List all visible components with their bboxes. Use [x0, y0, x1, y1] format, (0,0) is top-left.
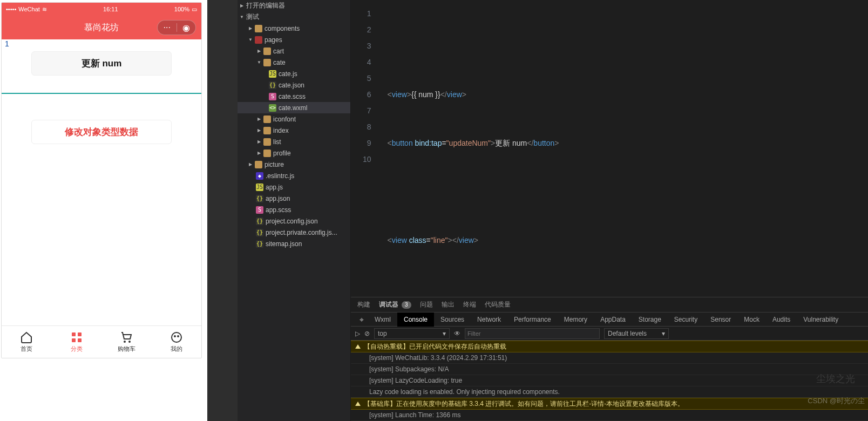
console-row: Lazy code loading is enabled. Only injec… [351, 386, 868, 398]
tree-folder-cate[interactable]: ▼cate [238, 57, 350, 68]
log-level-selector[interactable]: Default levels▾ [604, 328, 669, 339]
code-body[interactable]: <view>{{ num }}</view> <button bind:tap=… [381, 0, 868, 297]
json-icon: {} [256, 218, 263, 225]
devtab-wxml[interactable]: Wxml [368, 313, 397, 327]
tree-file-eslintrc[interactable]: ◆.eslintrc.js [238, 170, 350, 181]
tree-file-catejs[interactable]: JScate.js [238, 68, 350, 79]
devtab-security[interactable]: Security [668, 313, 704, 327]
tree-folder-pages[interactable]: ▼pages [238, 34, 350, 45]
svg-point-8 [178, 336, 179, 337]
wifi-icon: ≋ [42, 6, 47, 13]
console-row: 【基础库】正在使用灰度中的基础库 3.3.4 进行调试。如有问题，请前往工具栏-… [351, 398, 868, 410]
tree-file-catescss[interactable]: Scate.scss [238, 91, 350, 102]
tab-cart[interactable]: 购物车 [101, 326, 152, 358]
capsule-menu-icon[interactable]: ··· [158, 23, 177, 32]
profile-icon [170, 331, 183, 344]
js-icon: JS [269, 70, 276, 78]
page-body: 1 更新 num 修改对象类型数据 [2, 39, 201, 325]
tree-file-catejson[interactable]: {}cate.json [238, 79, 350, 91]
filter-input[interactable] [465, 328, 600, 339]
tree-file-appjson[interactable]: {}app.json [238, 193, 350, 204]
tree-root-project[interactable]: ▼测试 [238, 11, 350, 23]
folder-icon [263, 138, 271, 146]
tab-problems[interactable]: 问题 [420, 300, 433, 309]
devtab-audits[interactable]: Audits [766, 313, 797, 327]
console-row: [system] Subpackages: N/A [351, 364, 868, 375]
tree-file-appscss[interactable]: Sapp.scss [238, 204, 350, 215]
devtab-storage[interactable]: Storage [632, 313, 668, 327]
console-row: [system] Launch Time: 1366 ms [351, 410, 868, 421]
console-row: [system] WeChatLib: 3.3.4 (2024.2.29 17:… [351, 352, 868, 364]
menu-capsule[interactable]: ··· ◉ [157, 20, 196, 35]
tree-folder-components[interactable]: ▶components [238, 23, 350, 34]
tab-output[interactable]: 输出 [442, 300, 455, 309]
clock: 16:11 [103, 6, 118, 12]
scss-icon: S [269, 93, 276, 100]
update-num-button[interactable]: 更新 num [31, 51, 172, 76]
tree-file-appjs[interactable]: JSapp.js [238, 181, 350, 193]
tab-debugger[interactable]: 调试器3 [379, 300, 411, 309]
tab-profile[interactable]: 我的 [152, 326, 202, 358]
svg-rect-3 [78, 338, 82, 342]
folder-icon [255, 161, 262, 168]
tree-open-editors[interactable]: ▶打开的编辑器 [238, 0, 350, 11]
tree-file-projectpriv[interactable]: {}project.private.config.js... [238, 227, 350, 238]
simulator: ••••• WeChat ≋ 16:11 100% ▭ 慕尚花坊 ··· ◉ 1… [1, 2, 202, 358]
tree-file-sitemap[interactable]: {}sitemap.json [238, 238, 350, 249]
tree-file-projectcfg[interactable]: {}project.config.json [238, 215, 350, 227]
devtab-performance[interactable]: Performance [507, 313, 558, 327]
svg-point-7 [174, 336, 175, 337]
console-filter-bar: ▷ ⊘ top▾ 👁 Default levels▾ [351, 327, 868, 341]
chevron-down-icon: ▾ [443, 330, 446, 337]
tree-folder-cart[interactable]: ▶cart [238, 45, 350, 57]
console-output[interactable]: 【自动热重载】已开启代码文件保存后自动热重载 [system] WeChatLi… [351, 341, 868, 421]
capsule-close-icon[interactable]: ◉ [177, 23, 196, 33]
devtab-appdata[interactable]: AppData [594, 313, 632, 327]
tree-folder-picture[interactable]: ▶picture [238, 159, 350, 170]
context-selector[interactable]: top▾ [374, 328, 450, 339]
devtab-vulnerability[interactable]: Vulnerability [797, 313, 845, 327]
tree-folder-iconfont[interactable]: ▶iconfont [238, 113, 350, 125]
devtab-sources[interactable]: Sources [434, 313, 471, 327]
modify-object-button[interactable]: 修改对象类型数据 [31, 120, 172, 144]
tab-label: 首页 [21, 345, 32, 353]
tree-file-catewxml[interactable]: <>cate.wxml [238, 102, 350, 113]
json-icon: {} [256, 195, 263, 202]
scss-icon: S [256, 206, 263, 214]
warn-icon [355, 344, 361, 349]
tab-terminal[interactable]: 终端 [463, 300, 476, 309]
devtab-mock[interactable]: Mock [737, 313, 766, 327]
num-view: 1 [2, 39, 201, 48]
tab-code-quality[interactable]: 代码质量 [485, 300, 511, 309]
divider-line [2, 93, 201, 94]
json-icon: {} [269, 82, 276, 89]
tree-folder-list[interactable]: ▶list [238, 136, 350, 147]
devtab-memory[interactable]: Memory [558, 313, 594, 327]
page-title: 慕尚花坊 [84, 22, 119, 33]
console-row: [system] LazyCodeLoading: true [351, 375, 868, 386]
battery-icon: ▭ [192, 6, 197, 13]
tab-build[interactable]: 构建 [357, 300, 370, 309]
tab-category[interactable]: 分类 [52, 326, 102, 358]
debugger-badge: 3 [402, 301, 411, 309]
folder-icon [263, 59, 271, 66]
console-row: 【自动热重载】已开启代码文件保存后自动热重载 [351, 341, 868, 352]
folder-icon [255, 36, 262, 44]
tree-folder-index[interactable]: ▶index [238, 125, 350, 136]
svg-point-6 [172, 332, 181, 342]
code-editor[interactable]: 12345678910 <view>{{ num }}</view> <butt… [351, 0, 868, 297]
json-icon: {} [256, 240, 263, 248]
play-icon[interactable]: ▷ [355, 330, 360, 337]
folder-icon [263, 127, 271, 134]
eye-icon[interactable]: 👁 [454, 330, 460, 337]
svg-rect-2 [72, 338, 76, 342]
devtab-network[interactable]: Network [471, 313, 507, 327]
devtab-console[interactable]: Console [397, 313, 434, 327]
svg-point-4 [124, 341, 125, 342]
inspect-icon[interactable]: ⌖ [355, 313, 368, 327]
tab-home[interactable]: 首页 [2, 326, 52, 358]
devtab-sensor[interactable]: Sensor [704, 313, 737, 327]
tab-label: 购物车 [118, 345, 135, 353]
tree-folder-profile[interactable]: ▶profile [238, 147, 350, 159]
clear-icon[interactable]: ⊘ [364, 330, 370, 337]
